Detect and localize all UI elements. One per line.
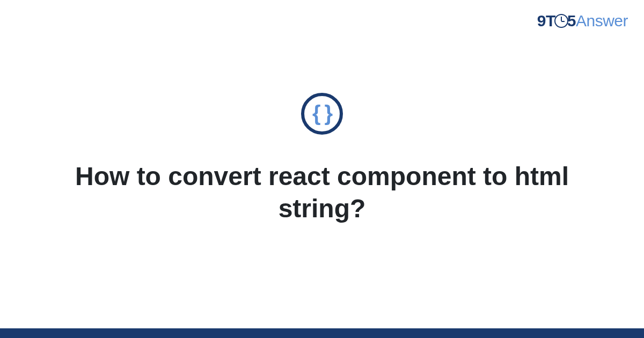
- question-title: How to convert react component to html s…: [64, 160, 580, 225]
- main-content: { } How to convert react component to ht…: [0, 0, 644, 328]
- category-icon-circle: { }: [301, 93, 343, 135]
- footer-bar: [0, 328, 644, 338]
- code-braces-icon: { }: [312, 102, 332, 124]
